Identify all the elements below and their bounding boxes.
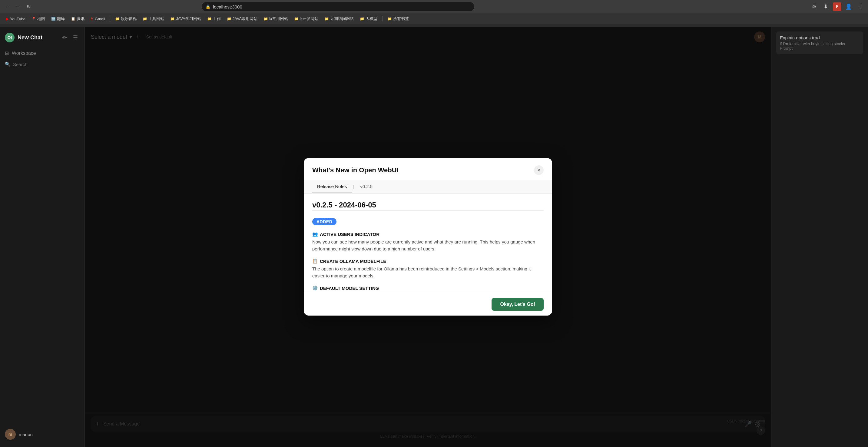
search-icon: 🔍 — [5, 62, 10, 67]
bookmark-lx-dev[interactable]: 📁 lx开发网站 — [292, 15, 321, 23]
feature-active-users: 👥 ACTIVE USERS INDICATOR Now you can see… — [312, 231, 544, 252]
panel-explain-options[interactable]: Explain options trad if I'm familiar wit… — [776, 32, 863, 54]
feature-title-1: 👥 ACTIVE USERS INDICATOR — [312, 231, 544, 237]
tab-version[interactable]: v0.2.5 — [355, 180, 377, 193]
feature-emoji-3: ⚙️ — [312, 285, 318, 291]
panel-item-subtitle-1: if I'm familiar with buyin selling stock… — [780, 41, 860, 46]
address-bar[interactable]: 🔒 localhost:3000 — [202, 2, 474, 11]
modal-tabs: Release Notes | v0.2.5 — [304, 180, 552, 193]
feature-emoji-1: 👥 — [312, 231, 318, 237]
modal-body[interactable]: v0.2.5 - 2024-06-05 ADDED 👥 ACTIVE USERS… — [304, 193, 552, 293]
feature-modelfile: 📋 CREATE OLLAMA MODELFILE The option to … — [312, 258, 544, 279]
security-icon: 🔒 — [205, 4, 211, 9]
bookmark-entertainment-label: 娱乐影视 — [121, 16, 136, 22]
modal: What's New in Open WebUI × Release Notes… — [304, 158, 552, 316]
folder-icon-2: 📁 — [143, 17, 147, 21]
bookmark-entertainment[interactable]: 📁 娱乐影视 — [113, 15, 139, 23]
edit-icon[interactable]: ✏ — [60, 33, 69, 42]
ok-button[interactable]: Okay, Let's Go! — [492, 298, 544, 311]
panel-item-label-1: Prompt — [780, 46, 860, 51]
profile-icon[interactable]: 👤 — [844, 2, 853, 11]
bookmark-llm[interactable]: 📁 大模型 — [358, 15, 380, 23]
tab-release-notes[interactable]: Release Notes — [312, 180, 352, 193]
workspace-icon: ⊞ — [5, 50, 9, 56]
feature-title-2: 📋 CREATE OLLAMA MODELFILE — [312, 258, 544, 264]
translate-icon: 🔤 — [51, 17, 56, 21]
folder-icon-5: 📁 — [227, 17, 231, 21]
bookmark-all-label: 所有书签 — [393, 16, 409, 22]
right-panel: Explain options trad if I'm familiar wit… — [771, 27, 868, 447]
bookmark-lx-common[interactable]: 📁 lx常用网站 — [261, 15, 290, 23]
bookmark-news[interactable]: 📋 资讯 — [68, 15, 87, 23]
folder-icon-9: 📁 — [360, 17, 364, 21]
news-icon: 📋 — [71, 17, 75, 21]
sidebar-item-workspace[interactable]: ⊞ Workspace — [0, 47, 85, 59]
folder-icon-1: 📁 — [115, 17, 120, 21]
feature-desc-1: Now you can see how many people are curr… — [312, 238, 544, 252]
release-date: v0.2.5 - 2024-06-05 — [312, 201, 544, 212]
modal-title: What's New in Open WebUI — [312, 166, 399, 174]
workspace-label: Workspace — [12, 51, 36, 56]
new-chat-button[interactable]: OI New Chat — [5, 33, 60, 42]
bookmark-gmail[interactable]: M Gmail — [88, 16, 107, 22]
bookmark-separator-2 — [382, 16, 382, 22]
sidebar-actions: ✏ ☰ — [60, 33, 80, 42]
bookmark-lx-common-label: lx常用网站 — [269, 16, 288, 22]
bookmark-work-label: 工作 — [213, 16, 221, 22]
bookmark-gmail-label: Gmail — [95, 17, 105, 21]
bookmark-java-learn[interactable]: 📁 JAVA学习网站 — [168, 15, 204, 23]
bookmark-all[interactable]: 📁 所有书签 — [385, 15, 411, 23]
bookmark-recent[interactable]: 📁 近期访问网站 — [322, 15, 356, 23]
menu-lines-icon[interactable]: ☰ — [71, 33, 80, 42]
bookmark-java-common[interactable]: 📁 JAVA常用网站 — [224, 15, 260, 23]
bookmark-java-learn-label: JAVA学习网站 — [176, 16, 201, 22]
bookmark-llm-label: 大模型 — [366, 16, 377, 22]
menu-icon[interactable]: ⋮ — [856, 2, 864, 11]
tab-separator: | — [352, 181, 355, 193]
modal-overlay: What's New in Open WebUI × Release Notes… — [85, 27, 771, 447]
bookmark-translate[interactable]: 🔤 翻译 — [49, 15, 67, 23]
modal-header: What's New in Open WebUI × — [304, 158, 552, 180]
extensions-icon[interactable]: ⚙ — [810, 2, 818, 11]
bookmark-work[interactable]: 📁 工作 — [205, 15, 223, 23]
divider — [312, 211, 544, 211]
main-content: Select a model ▾ + Set as default M What… — [85, 27, 771, 447]
gmail-icon: M — [91, 17, 94, 21]
url-text: localhost:3000 — [213, 4, 242, 9]
feature-emoji-2: 📋 — [312, 258, 318, 264]
folder-icon-3: 📁 — [170, 17, 175, 21]
search-placeholder: Search — [13, 62, 28, 67]
sidebar: OI New Chat ✏ ☰ ⊞ Workspace 🔍 Search m m… — [0, 27, 85, 447]
bookmark-youtube-label: YouTube — [10, 17, 26, 21]
sidebar-footer[interactable]: m marion — [0, 425, 85, 443]
nav-buttons: ← → ↻ — [4, 2, 33, 11]
forward-button[interactable]: → — [14, 2, 23, 11]
browser-toolbar: ← → ↻ 🔒 localhost:3000 ⚙ ⬇ F 👤 ⋮ — [0, 0, 868, 13]
refresh-button[interactable]: ↻ — [24, 2, 33, 11]
folder-icon-6: 📁 — [264, 17, 268, 21]
bookmark-tools[interactable]: 📁 工具网站 — [140, 15, 166, 23]
feedly-icon[interactable]: F — [833, 2, 841, 11]
bookmark-youtube[interactable]: ▶ YouTube — [4, 16, 28, 22]
feature-desc-2: The option to create a modelfile for Oll… — [312, 265, 544, 279]
bookmark-translate-label: 翻译 — [57, 16, 65, 22]
folder-icon-8: 📁 — [324, 17, 329, 21]
folder-icon-7: 📁 — [294, 17, 299, 21]
modal-footer: Okay, Let's Go! — [304, 293, 552, 316]
bookmark-news-label: 资讯 — [76, 16, 85, 22]
modal-close-button[interactable]: × — [534, 165, 544, 175]
feature-default-model: ⚙️ DEFAULT MODEL SETTING Added an option… — [312, 285, 544, 293]
search-bar[interactable]: 🔍 Search — [0, 59, 85, 69]
panel-item-title-1: Explain options trad — [780, 35, 860, 40]
badge-added: ADDED — [312, 218, 544, 225]
new-chat-icon: OI — [5, 33, 14, 42]
feature-title-3: ⚙️ DEFAULT MODEL SETTING — [312, 285, 544, 291]
bookmark-map[interactable]: 📍 地图 — [29, 15, 48, 23]
bookmarks-bar: ▶ YouTube 📍 地图 🔤 翻译 📋 资讯 M Gmail 📁 娱乐影视 … — [0, 13, 868, 24]
download-icon[interactable]: ⬇ — [822, 2, 830, 11]
close-icon: × — [537, 167, 540, 173]
browser-chrome: ← → ↻ 🔒 localhost:3000 ⚙ ⬇ F 👤 ⋮ ▶ YouTu… — [0, 0, 868, 27]
bookmark-separator-1 — [110, 16, 110, 22]
app-container: OI New Chat ✏ ☰ ⊞ Workspace 🔍 Search m m… — [0, 27, 868, 447]
back-button[interactable]: ← — [4, 2, 12, 11]
